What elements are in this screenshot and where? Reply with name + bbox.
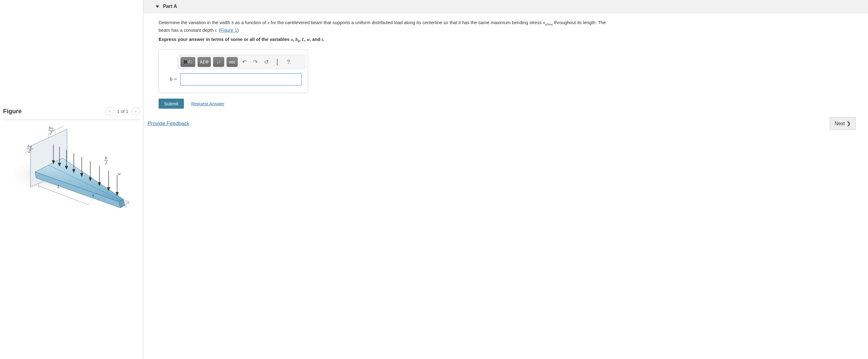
figure-next-button[interactable]: › bbox=[131, 107, 140, 115]
help-button[interactable]: ? bbox=[284, 59, 292, 65]
figure-image: b₀2 b₀2 b2 w L x t bbox=[3, 126, 137, 218]
keyboard-icon bbox=[277, 59, 278, 65]
part-title: Part A bbox=[163, 4, 177, 9]
main-pane: Part A Determine the variation in the wi… bbox=[143, 0, 868, 359]
provide-feedback-link[interactable]: Provide Feedback bbox=[148, 120, 189, 127]
next-button[interactable]: Next ❯ bbox=[830, 117, 856, 130]
collapse-icon bbox=[156, 5, 159, 8]
next-label: Next bbox=[835, 121, 845, 127]
figure-pager: ‹ 1 of 1 › bbox=[105, 107, 140, 115]
prompt-text: Determine the variation in the width b a… bbox=[159, 19, 607, 44]
submit-button[interactable]: Submit bbox=[159, 99, 184, 109]
answer-lhs: b = bbox=[165, 76, 177, 82]
undo-button[interactable]: ↶ bbox=[240, 59, 249, 65]
equation-toolbar: √□ ΑΣΦ ↓↑ vec ↶ ↷ ↺ ? bbox=[177, 55, 305, 69]
request-answer-link[interactable]: Request Answer bbox=[191, 101, 224, 106]
templates-button[interactable]: √□ bbox=[181, 57, 195, 67]
question-content: Determine the variation in the width b a… bbox=[143, 13, 619, 112]
footer-row: Provide Feedback Next ❯ bbox=[143, 112, 868, 133]
vec-button[interactable]: vec bbox=[227, 57, 238, 67]
figure-pane: Figure ‹ 1 of 1 › bbox=[0, 0, 143, 359]
redo-button[interactable]: ↷ bbox=[251, 59, 259, 65]
figure-link[interactable]: Figure 1 bbox=[220, 27, 237, 33]
chevron-right-icon: ❯ bbox=[847, 120, 850, 127]
figure-title: Figure bbox=[3, 108, 22, 115]
figure-page-indicator: 1 of 1 bbox=[117, 109, 128, 114]
answer-box: √□ ΑΣΦ ↓↑ vec ↶ ↷ ↺ ? b = bbox=[159, 49, 308, 93]
keyboard-button[interactable] bbox=[273, 59, 281, 65]
reset-button[interactable]: ↺ bbox=[262, 59, 271, 65]
part-header[interactable]: Part A bbox=[143, 0, 868, 13]
figure-header: Figure ‹ 1 of 1 › bbox=[3, 104, 140, 120]
greek-button[interactable]: ΑΣΦ bbox=[198, 57, 211, 67]
answer-input[interactable] bbox=[180, 73, 302, 85]
figure-prev-button[interactable]: ‹ bbox=[105, 107, 114, 115]
subsuper-button[interactable]: ↓↑ bbox=[213, 57, 224, 67]
